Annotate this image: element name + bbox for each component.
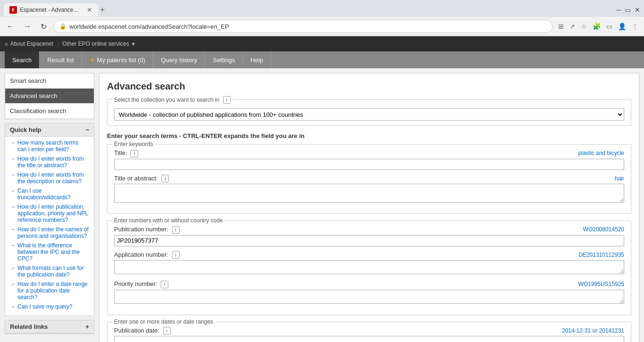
menu-icon[interactable]: ⋮ (630, 22, 640, 31)
help-link-truncation-wildcards[interactable]: → Can I use truncation/wildcards? (10, 187, 89, 201)
title-input[interactable] (114, 159, 624, 170)
title-abstract-hint: hair (615, 175, 624, 182)
app-number-label: Application number: i (114, 251, 180, 259)
dropdown-arrow-icon: ▼ (131, 41, 136, 47)
nav-arrows-icon: « (5, 40, 8, 48)
sidebar-item-smart-search[interactable]: Smart search (5, 73, 94, 89)
result-list-tab-label: Result list (47, 57, 74, 64)
tab-query-history[interactable]: Query history (153, 51, 205, 68)
maximize-icon[interactable]: ▭ (625, 6, 631, 14)
help-link-words-description-claims-text: How do I enter words from the descriptio… (17, 171, 89, 185)
other-services-dropdown[interactable]: Other EPO online services ▼ (62, 41, 135, 47)
forward-button[interactable]: → (21, 21, 34, 32)
sidebar-item-classification-search[interactable]: Classification search (5, 104, 94, 119)
help-link-publication-numbers-text: How do I enter publication, application,… (17, 204, 89, 223)
sidebar-menu: Smart search Advanced search Classificat… (5, 73, 94, 119)
profile-icon[interactable]: 👤 (616, 22, 628, 31)
arrow-icon: → (10, 226, 16, 233)
title-abstract-info-icon[interactable]: i (161, 175, 169, 182)
sidebar-toggle-icon[interactable]: ▭ (604, 22, 614, 31)
back-button[interactable]: ← (4, 21, 17, 32)
help-link-truncation-wildcards-text: Can I use truncation/wildcards? (17, 187, 89, 201)
tab-my-patents[interactable]: ★ My patents list (0) (82, 51, 154, 68)
sidebar-item-advanced-search[interactable]: Advanced search (5, 89, 94, 104)
help-link-publication-date-formats[interactable]: → What formats can I use for the publica… (10, 265, 89, 278)
help-link-publication-numbers[interactable]: → How do I enter publication, applicatio… (10, 204, 89, 223)
help-link-persons-organisations[interactable]: → How do I enter the names of persons an… (10, 226, 89, 239)
browser-toolbar: ← → ↻ 🔒 worldwide.espacenet.com/advanced… (0, 17, 644, 36)
top-nav-left: « About Espacenet | Other EPO online ser… (5, 40, 136, 48)
collection-section: Select the collection you want to search… (107, 99, 631, 126)
help-link-save-query[interactable]: → Can I save my query? (10, 303, 89, 310)
related-links-header[interactable]: Related links + (5, 320, 94, 334)
tab-settings[interactable]: Settings (205, 51, 243, 68)
help-tab-label: Help (250, 57, 263, 64)
pub-date-input[interactable] (114, 336, 624, 342)
tab-search[interactable]: Search (5, 51, 40, 68)
app-number-info-icon[interactable]: i (172, 251, 180, 259)
pub-number-field-header: Publication number: i WO2008014520 (114, 226, 624, 234)
new-tab-button[interactable]: + (100, 5, 105, 15)
tab-help[interactable]: Help (243, 51, 271, 68)
pub-number-info-icon[interactable]: i (172, 226, 180, 234)
related-links-expand-icon[interactable]: + (85, 323, 89, 330)
browser-tab[interactable]: E Espacenet - Advanced search ✕ (4, 3, 98, 16)
search-instruction: Enter your search terms - CTRL-ENTER exp… (107, 132, 631, 139)
pub-date-hint: 2014-12-31 or 20141231 (562, 327, 624, 334)
title-info-icon[interactable]: i (131, 150, 138, 157)
help-link-save-query-text: Can I save my query? (17, 303, 73, 310)
related-links-title: Related links (10, 323, 48, 330)
help-link-words-title-abstract-text: How do I enter words from the title or a… (17, 155, 89, 169)
keywords-section-legend: Enter keywords (112, 141, 155, 147)
top-nav: « About Espacenet | Other EPO online ser… (0, 36, 644, 51)
my-patents-tab-label: My patents list (0) (97, 57, 146, 64)
arrow-icon: → (10, 187, 16, 194)
help-link-persons-organisations-text: How do I enter the names of persons and … (17, 226, 89, 239)
browser-chrome: E Espacenet - Advanced search ✕ + ─ ▭ ✕ … (0, 0, 644, 36)
priority-number-hint: WO1995US15925 (578, 281, 624, 287)
title-abstract-label: Title or abstract: i (114, 175, 169, 183)
help-link-words-description-claims[interactable]: → How do I enter words from the descript… (10, 171, 89, 185)
top-nav-separator: | (57, 41, 58, 47)
minimize-icon[interactable]: ─ (616, 6, 621, 14)
share-icon[interactable]: ↗ (568, 22, 577, 31)
collection-select[interactable]: Worldwide - collection of published appl… (114, 108, 624, 121)
help-link-terms-per-field[interactable]: → How many search terms can I enter per … (10, 139, 89, 153)
page-container: « About Espacenet | Other EPO online ser… (0, 36, 644, 342)
pub-number-input[interactable] (114, 235, 624, 246)
sidebar: Smart search Advanced search Classificat… (5, 73, 94, 342)
browser-titlebar: E Espacenet - Advanced search ✕ + ─ ▭ ✕ (0, 0, 644, 17)
help-link-date-range-search[interactable]: → How do I enter a date range for a publ… (10, 281, 89, 301)
close-window-icon[interactable]: ✕ (635, 6, 640, 14)
search-tab-label: Search (12, 57, 32, 64)
dates-section: Enter one or more dates or date ranges P… (107, 322, 631, 342)
bookmark-star-icon[interactable]: ☆ (579, 22, 589, 31)
pub-date-info-icon[interactable]: i (163, 327, 171, 334)
quick-help-collapse-icon[interactable]: − (85, 126, 89, 133)
collection-info-icon[interactable]: i (223, 96, 231, 104)
close-tab-icon[interactable]: ✕ (87, 6, 92, 14)
help-link-terms-per-field-text: How many search terms can I enter per fi… (17, 139, 89, 153)
title-abstract-input[interactable] (114, 184, 624, 203)
tab-result-list[interactable]: Result list (40, 51, 82, 68)
arrow-icon: → (10, 265, 16, 271)
priority-number-info-icon[interactable]: i (161, 281, 168, 288)
app-number-field-header: Application number: i DE201310112935 (114, 251, 624, 259)
smart-search-label: Smart search (10, 77, 46, 84)
pub-number-field-row: Publication number: i WO2008014520 (114, 226, 624, 246)
app-number-input[interactable] (114, 260, 624, 274)
about-espacenet-link[interactable]: About Espacenet (10, 41, 53, 47)
priority-number-input[interactable] (114, 290, 624, 304)
pub-number-label: Publication number: i (114, 226, 180, 234)
page-title: Advanced search (107, 81, 631, 92)
refresh-button[interactable]: ↻ (38, 21, 50, 32)
title-abstract-field-row: Title or abstract: i hair (114, 175, 624, 204)
priority-number-field-row: Priority number: i WO1995US15925 (114, 280, 624, 305)
lock-icon: 🔒 (59, 23, 66, 30)
translate-icon[interactable]: ⊞ (556, 22, 566, 31)
address-bar[interactable]: 🔒 worldwide.espacenet.com/advancedSearch… (53, 20, 553, 33)
pub-number-hint: WO2008014520 (583, 226, 624, 233)
help-link-words-title-abstract[interactable]: → How do I enter words from the title or… (10, 155, 89, 169)
help-link-ipc-cpc-difference[interactable]: → What is the difference between the IPC… (10, 242, 89, 262)
extensions-icon[interactable]: 🧩 (591, 22, 603, 31)
